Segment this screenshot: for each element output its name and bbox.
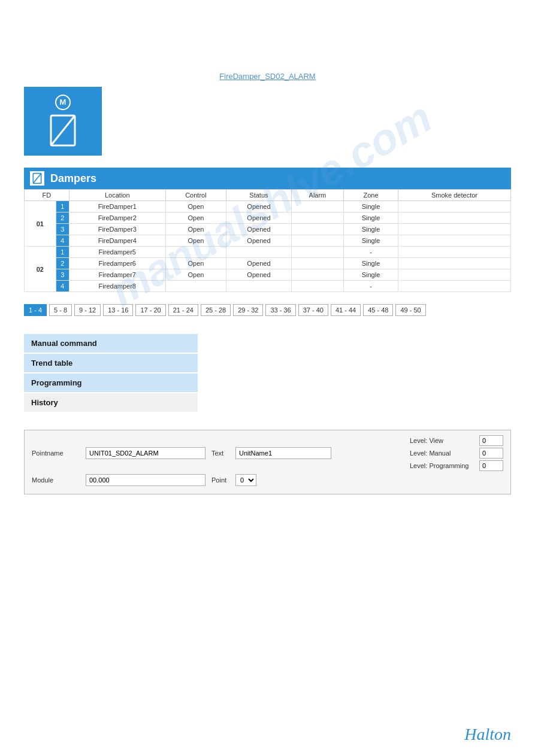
row-number: 3	[56, 224, 69, 235]
menu-item[interactable]: Trend table	[24, 354, 198, 372]
col-zone: Zone	[344, 190, 398, 201]
bottom-info-bar: Pointname Text Level: View Level: Manual…	[24, 430, 511, 494]
col-smoke: Smoke detector	[398, 190, 510, 201]
level-programming-input[interactable]	[479, 460, 503, 471]
cell-alarm	[291, 247, 343, 258]
cell-smoke	[398, 247, 510, 258]
point-select[interactable]: 0 1 2	[235, 474, 256, 486]
cell-zone: Single	[344, 269, 398, 281]
col-location: Location	[69, 190, 165, 201]
cell-location: FireDamper2	[69, 212, 165, 224]
menu-item[interactable]: History	[24, 393, 198, 412]
table-row: 2FireDamper2OpenOpenedSingle	[25, 212, 511, 224]
module-input[interactable]	[86, 474, 205, 486]
page-button[interactable]: 33 - 36	[265, 304, 295, 316]
cell-control	[165, 247, 226, 258]
cell-smoke	[398, 269, 510, 281]
cell-status: Opened	[226, 269, 292, 281]
level-manual-label: Level: Manual	[410, 450, 476, 457]
module-label: Module	[32, 476, 80, 484]
col-alarm: Alarm	[291, 190, 343, 201]
cell-zone: -	[344, 281, 398, 292]
cell-smoke	[398, 224, 510, 235]
cell-status	[226, 247, 292, 258]
top-link[interactable]: FireDamper_SD02_ALARM	[219, 72, 315, 81]
level-section: Level: View Level: Manual Level: Program…	[410, 435, 503, 471]
cell-location: Firedamper8	[69, 281, 165, 292]
col-fd: FD	[25, 190, 69, 201]
cell-smoke	[398, 258, 510, 269]
pointname-input[interactable]	[86, 447, 205, 459]
table-row: 3FireDamper3OpenOpenedSingle	[25, 224, 511, 235]
page-button[interactable]: 17 - 20	[135, 304, 165, 316]
row-number: 4	[56, 235, 69, 247]
page-button[interactable]: 25 - 28	[201, 304, 231, 316]
halton-logo: Halton	[464, 725, 511, 744]
row-number: 4	[56, 281, 69, 292]
level-programming-label: Level: Programming	[410, 462, 476, 469]
cell-control: Open	[165, 269, 226, 281]
dampers-header: Dampers	[24, 168, 511, 189]
point-label: Point	[211, 476, 229, 484]
table-row: 4Firedamper8-	[25, 281, 511, 292]
page-button[interactable]: 29 - 32	[233, 304, 263, 316]
top-link-area: FireDamper_SD02_ALARM	[24, 72, 511, 81]
cell-alarm	[291, 281, 343, 292]
cell-status: Opened	[226, 224, 292, 235]
cell-zone: Single	[344, 258, 398, 269]
level-view-input[interactable]	[479, 435, 503, 446]
page-button[interactable]: 21 - 24	[168, 304, 198, 316]
cell-status: Opened	[226, 201, 292, 212]
cell-control: Open	[165, 224, 226, 235]
row-number: 3	[56, 269, 69, 281]
row-number: 2	[56, 212, 69, 224]
cell-control	[165, 281, 226, 292]
cell-alarm	[291, 224, 343, 235]
dampers-title: Dampers	[50, 172, 96, 185]
pointname-label: Pointname	[32, 450, 80, 457]
page-button[interactable]: 5 - 8	[49, 304, 72, 316]
menu-item[interactable]: Programming	[24, 374, 198, 392]
page-button[interactable]: 9 - 12	[74, 304, 101, 316]
group-label: 01	[25, 201, 56, 247]
row-number: 1	[56, 201, 69, 212]
page-button[interactable]: 13 - 16	[103, 304, 133, 316]
cell-control: Open	[165, 235, 226, 247]
cell-control: Open	[165, 201, 226, 212]
page-button[interactable]: 49 - 50	[395, 304, 425, 316]
cell-status: Opened	[226, 212, 292, 224]
page-button[interactable]: 41 - 44	[331, 304, 361, 316]
manual-badge: M	[55, 95, 71, 110]
cell-location: FireDamper3	[69, 224, 165, 235]
menu-item[interactable]: Manual command	[24, 334, 198, 353]
table-row: 4FireDamper4OpenOpenedSingle	[25, 235, 511, 247]
page-button[interactable]: 37 - 40	[298, 304, 328, 316]
page-button[interactable]: 45 - 48	[363, 304, 393, 316]
table-row: 011FireDamper1OpenOpenedSingle	[25, 201, 511, 212]
cell-location: Firedamper7	[69, 269, 165, 281]
col-control: Control	[165, 190, 226, 201]
dampers-table: FD Location Control Status Alarm Zone Sm…	[24, 189, 511, 292]
cell-zone: Single	[344, 235, 398, 247]
cell-control: Open	[165, 258, 226, 269]
level-manual-input[interactable]	[479, 448, 503, 459]
damper-icon	[48, 113, 78, 148]
damper-header-icon	[30, 171, 44, 186]
cell-zone: Single	[344, 201, 398, 212]
cell-smoke	[398, 281, 510, 292]
bottom-menu: Manual commandTrend tableProgrammingHist…	[24, 334, 198, 412]
cell-smoke	[398, 212, 510, 224]
cell-alarm	[291, 235, 343, 247]
svg-line-1	[51, 116, 75, 145]
cell-alarm	[291, 258, 343, 269]
text-label: Text	[211, 450, 229, 457]
table-row: 3Firedamper7OpenOpenedSingle	[25, 269, 511, 281]
page-button[interactable]: 1 - 4	[24, 304, 47, 316]
cell-alarm	[291, 269, 343, 281]
cell-status	[226, 281, 292, 292]
cell-zone: Single	[344, 212, 398, 224]
pagination: 1 - 45 - 89 - 1213 - 1617 - 2021 - 2425 …	[24, 304, 511, 316]
text-input[interactable]	[235, 447, 331, 459]
level-view-label: Level: View	[410, 437, 476, 444]
cell-alarm	[291, 212, 343, 224]
